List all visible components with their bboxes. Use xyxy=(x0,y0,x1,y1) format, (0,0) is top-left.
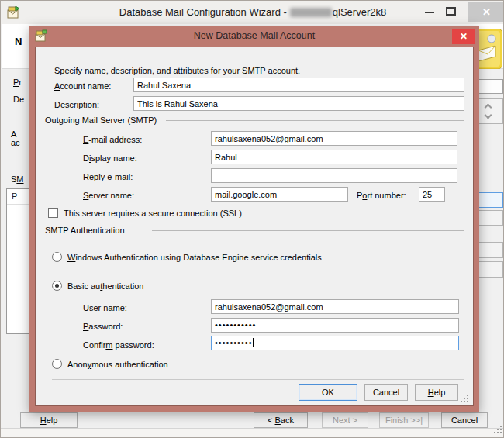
close-icon[interactable]: ✕ xyxy=(468,2,504,22)
smtp-accounts-label-fragment: SM xyxy=(11,174,24,184)
account-name-label: Account name: xyxy=(54,81,111,91)
info-text-fragment-line2: ac xyxy=(11,138,20,147)
password-input[interactable]: ••••••••••• xyxy=(211,318,459,333)
chevron-up-icon xyxy=(485,104,492,112)
wizard-side-button-partial3[interactable] xyxy=(478,261,503,278)
dialog-titlebar[interactable]: New Database Mail Account ✕ xyxy=(29,26,479,47)
anonymous-auth-label[interactable]: Anonymous authentication xyxy=(67,360,168,369)
anonymous-auth-radio[interactable] xyxy=(52,359,62,369)
basic-auth-radio[interactable] xyxy=(52,281,62,291)
ssl-checkbox-label[interactable]: This server requires a secure connection… xyxy=(64,209,242,218)
description-label-fragment: De xyxy=(13,95,24,104)
auth-group-title: SMTP Authentication xyxy=(45,226,125,235)
email-address-label: E-mail address: xyxy=(83,135,142,144)
port-number-label: Port number: xyxy=(357,191,406,200)
confirm-password-label: Confirm password: xyxy=(83,340,154,350)
remove-account-button-partial[interactable] xyxy=(478,210,503,226)
window-bottom-strip xyxy=(1,428,504,437)
smtp-group-line xyxy=(166,120,464,121)
wizard-back-button[interactable]: < Back xyxy=(254,412,308,428)
wizard-finish-button[interactable]: Finish >>| xyxy=(379,412,429,428)
window-resize-grip[interactable] xyxy=(497,429,499,430)
basic-auth-label[interactable]: Basic authentication xyxy=(67,281,143,291)
new-database-mail-account-dialog: New Database Mail Account ✕ Specify name… xyxy=(29,26,479,412)
add-account-button-partial[interactable] xyxy=(478,192,503,208)
dialog-content: Specify name, description, and attribute… xyxy=(35,47,474,406)
dialog-resize-grip[interactable] xyxy=(464,398,465,399)
wizard-side-button-partial2[interactable] xyxy=(478,242,503,258)
password-label: Password: xyxy=(83,322,123,331)
user-name-label: User name: xyxy=(83,303,127,312)
chevron-down-icon xyxy=(485,112,492,119)
cancel-button[interactable]: Cancel xyxy=(364,384,408,401)
text-cursor xyxy=(253,338,254,347)
wizard-cancel-button[interactable]: Cancel xyxy=(441,412,488,428)
account-name-input[interactable] xyxy=(133,78,464,92)
reply-email-input[interactable] xyxy=(211,168,457,183)
display-name-label: Display name: xyxy=(83,153,137,163)
radio-selected-dot xyxy=(55,284,59,288)
dialog-title: New Database Mail Account xyxy=(29,30,479,41)
server-name-label: Server name: xyxy=(83,191,134,200)
ssl-checkbox[interactable] xyxy=(48,208,58,218)
windows-auth-label[interactable]: Windows Authentication using Database En… xyxy=(67,253,322,262)
profile-name-label-fragment: Pr xyxy=(13,78,22,87)
port-number-input[interactable] xyxy=(419,187,445,202)
minimize-icon[interactable] xyxy=(425,12,434,13)
description-input[interactable] xyxy=(133,96,464,111)
dialog-intro-text: Specify name, description, and attribute… xyxy=(54,66,300,75)
auth-group-line xyxy=(152,230,464,231)
server-name-input[interactable] xyxy=(211,187,348,202)
help-button[interactable]: Help xyxy=(415,384,458,401)
wizard-next-button[interactable]: Next > xyxy=(322,412,368,428)
reply-email-label: Reply e-mail: xyxy=(83,172,133,181)
dialog-close-icon[interactable]: ✕ xyxy=(452,29,475,44)
display-name-input[interactable] xyxy=(211,150,457,164)
windows-auth-radio[interactable] xyxy=(52,252,62,262)
smtp-group-title: Outgoing Mail Server (SMTP) xyxy=(45,116,157,125)
buttons-divider xyxy=(52,379,464,380)
ok-button[interactable]: OK xyxy=(299,384,357,401)
description-label: Description: xyxy=(54,100,99,109)
wizard-page-heading-fragment: N xyxy=(15,36,22,47)
maximize-icon[interactable] xyxy=(446,7,456,16)
wizard-help-button[interactable]: Help xyxy=(20,412,78,428)
screen: Database Mail Configuration Wizard -qlSe… xyxy=(0,0,504,438)
move-up-down-buttons-partial[interactable] xyxy=(478,98,503,124)
wizard-side-button-partial[interactable] xyxy=(478,79,503,94)
confirm-password-input[interactable]: •••••••••• xyxy=(211,336,459,350)
user-name-input[interactable] xyxy=(211,299,459,314)
redacted-text xyxy=(290,8,332,17)
email-address-input[interactable] xyxy=(211,131,457,146)
main-window-titlebar[interactable]: Database Mail Configuration Wizard -qlSe… xyxy=(1,1,504,24)
